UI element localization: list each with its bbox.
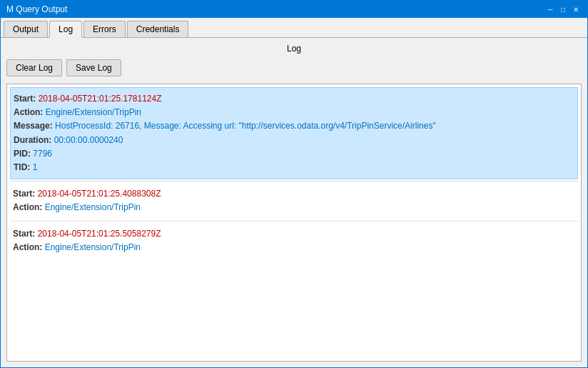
window-controls: ─ □ ✕	[544, 4, 582, 15]
log-field-action: Action: Engine/Extension/TripPin	[13, 201, 575, 214]
maximize-button[interactable]: □	[557, 4, 569, 15]
tab-credentials[interactable]: Credentials	[127, 21, 189, 37]
log-field-start: Start: 2018-04-05T21:01:25.5058279Z	[13, 227, 575, 241]
log-field-start: Start: 2018-04-05T21:01:25.4088308Z	[13, 187, 575, 201]
separator	[10, 181, 578, 181]
log-entry: Start: 2018-04-05T21:01:25.1781124Z Acti…	[10, 87, 578, 179]
content-area: Log Clear Log Save Log Start: 2018-04-05…	[1, 38, 587, 367]
window-title: M Query Output	[6, 4, 67, 14]
log-field-duration: Duration: 00:00:00.0000240	[14, 134, 574, 147]
save-log-button[interactable]: Save Log	[66, 59, 121, 76]
page-title: Log	[6, 44, 582, 54]
tab-errors[interactable]: Errors	[83, 21, 126, 37]
log-field-action: Action: Engine/Extension/TripPin	[14, 106, 574, 119]
main-window: M Query Output ─ □ ✕ Output Log Errors C…	[0, 0, 588, 368]
log-field-pid: PID: 7796	[14, 147, 574, 161]
log-field-start: Start: 2018-04-05T21:01:25.1781124Z	[14, 92, 574, 106]
log-entry: Start: 2018-04-05T21:01:25.5058279Z Acti…	[10, 223, 578, 259]
tab-bar: Output Log Errors Credentials	[1, 18, 587, 38]
tab-log[interactable]: Log	[49, 21, 82, 38]
log-entry: Start: 2018-04-05T21:01:25.4088308Z Acti…	[10, 183, 578, 219]
clear-log-button[interactable]: Clear Log	[6, 59, 62, 76]
log-field-action: Action: Engine/Extension/TripPin	[13, 241, 575, 254]
toolbar: Clear Log Save Log	[6, 59, 582, 76]
close-button[interactable]: ✕	[570, 4, 582, 15]
log-field-message: Message: HostProcessId: 26716, Message: …	[14, 119, 574, 133]
tab-output[interactable]: Output	[4, 21, 48, 37]
log-container[interactable]: Start: 2018-04-05T21:01:25.1781124Z Acti…	[6, 84, 582, 362]
log-field-tid: TID: 1	[14, 161, 574, 174]
title-bar: M Query Output ─ □ ✕	[1, 1, 587, 18]
separator	[10, 221, 578, 222]
minimize-button[interactable]: ─	[544, 4, 556, 15]
